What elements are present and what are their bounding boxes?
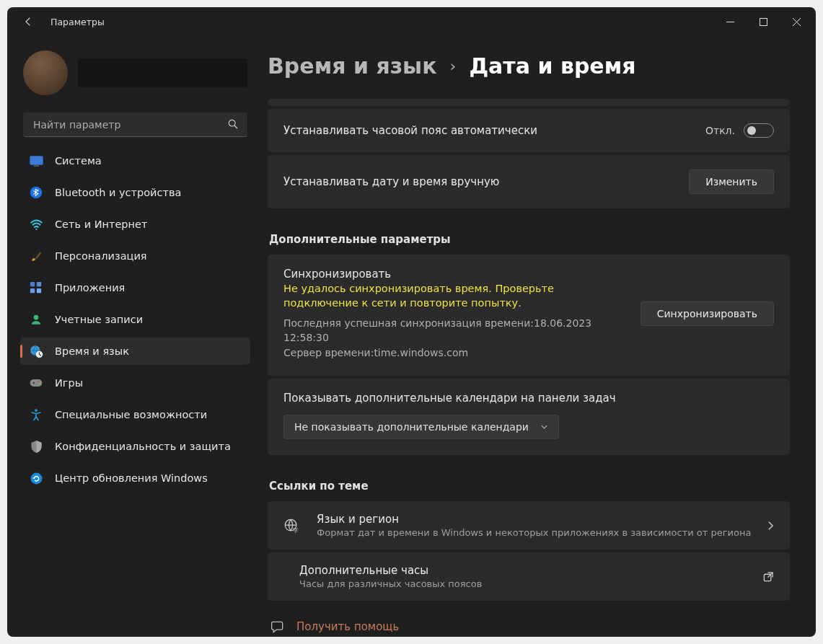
auto-timezone-label: Устанавливать часовой пояс автоматически — [283, 124, 537, 137]
sync-last-success: Последняя успешная синхронизация времени… — [283, 316, 629, 345]
svg-point-22 — [30, 472, 42, 484]
link-subtitle: Часы для различных часовых поясов — [299, 578, 749, 589]
auto-timezone-toggle[interactable] — [744, 123, 774, 138]
window-title: Параметры — [50, 17, 105, 27]
shield-icon — [29, 439, 43, 454]
sync-error-message: Не удалось синхронизировать время. Прове… — [283, 282, 629, 310]
minimize-button[interactable] — [713, 10, 747, 33]
sidebar-item-label: Специальные возможности — [55, 409, 207, 420]
additional-calendars-label: Показывать дополнительные календари на п… — [283, 392, 774, 405]
sidebar-item-label: Центр обновления Windows — [55, 472, 208, 484]
calendar-dropdown[interactable]: Не показывать дополнительные календари — [283, 415, 559, 439]
globe-clock-icon — [29, 344, 43, 358]
svg-point-18 — [32, 382, 35, 384]
sidebar-item-gaming[interactable]: Игры — [20, 369, 250, 397]
link-title: Дополнительные часы — [299, 564, 749, 577]
svg-line-5 — [234, 125, 237, 128]
svg-point-4 — [229, 120, 235, 126]
sidebar-item-label: Время и язык — [55, 345, 129, 357]
svg-point-20 — [39, 383, 40, 384]
brush-icon — [29, 249, 43, 263]
main-content: Время и язык › Дата и время Устанавливат… — [256, 36, 816, 637]
search-field[interactable] — [23, 113, 247, 137]
svg-point-14 — [34, 315, 39, 320]
svg-rect-6 — [30, 156, 43, 164]
avatar — [23, 50, 68, 95]
sidebar-item-accounts[interactable]: Учетные записи — [20, 306, 250, 333]
sidebar-item-label: Учетные записи — [55, 314, 143, 325]
user-name-redacted — [78, 58, 247, 87]
back-button[interactable] — [22, 15, 35, 28]
svg-point-19 — [38, 381, 39, 382]
apps-icon — [29, 281, 43, 295]
update-icon — [29, 471, 43, 485]
close-button[interactable] — [780, 10, 813, 33]
change-button[interactable]: Изменить — [689, 169, 774, 194]
gamepad-icon — [29, 376, 43, 390]
sidebar-item-personalization[interactable]: Персонализация — [20, 242, 250, 270]
sidebar-item-accessibility[interactable]: Специальные возможности — [20, 401, 250, 428]
sidebar-item-bluetooth[interactable]: Bluetooth и устройства — [20, 179, 250, 206]
sidebar-item-label: Игры — [55, 377, 83, 389]
svg-rect-1 — [760, 18, 767, 25]
sidebar-item-label: Сеть и Интернет — [55, 219, 147, 230]
titlebar: Параметры — [7, 7, 816, 36]
accessibility-icon — [29, 407, 43, 422]
sidebar-item-label: Система — [55, 155, 102, 167]
sync-title: Синхронизировать — [283, 268, 629, 281]
bluetooth-icon — [29, 185, 43, 200]
sidebar-item-privacy[interactable]: Конфиденциальность и защита — [20, 433, 250, 460]
breadcrumb-parent[interactable]: Время и язык — [268, 53, 437, 79]
svg-text:字: 字 — [293, 526, 299, 534]
search-input[interactable] — [23, 113, 247, 137]
help-label: Получить помощь — [296, 620, 399, 633]
get-help-link[interactable]: Получить помощь — [268, 604, 790, 637]
link-title: Язык и регион — [317, 513, 753, 526]
sidebar-item-system[interactable]: Система — [20, 147, 250, 175]
auto-timezone-card: Устанавливать часовой пояс автоматически… — [268, 109, 790, 152]
sidebar-item-label: Конфиденциальность и защита — [55, 441, 231, 452]
section-advanced-header: Дополнительные параметры — [269, 233, 790, 246]
breadcrumb: Время и язык › Дата и время — [268, 53, 790, 79]
additional-calendars-card: Показывать дополнительные календари на п… — [268, 379, 790, 455]
svg-point-9 — [35, 228, 37, 229]
maximize-button[interactable] — [747, 10, 780, 33]
sidebar-item-label: Bluetooth и устройства — [55, 187, 181, 198]
person-icon — [29, 312, 43, 327]
system-icon — [29, 154, 43, 168]
chevron-right-icon: › — [450, 57, 457, 75]
toggle-state-label: Откл. — [705, 125, 735, 136]
language-region-link[interactable]: 字 Язык и регион Формат дат и времени в W… — [268, 501, 790, 550]
chevron-right-icon — [767, 521, 774, 531]
breadcrumb-current: Дата и время — [469, 53, 635, 79]
settings-window: Параметры Система Bluetooth и устройства — [7, 7, 816, 637]
sync-server: Сервер времени:time.windows.com — [283, 345, 629, 360]
sidebar-item-update[interactable]: Центр обновления Windows — [20, 464, 250, 492]
card-scroll-cutoff — [268, 99, 790, 106]
svg-point-21 — [35, 409, 38, 412]
svg-rect-13 — [37, 288, 41, 293]
manual-datetime-card: Устанавливать дату и время вручную Измен… — [268, 155, 790, 208]
chevron-down-icon — [540, 424, 548, 430]
sync-card: Синхронизировать Не удалось синхронизиро… — [268, 255, 790, 376]
wifi-icon — [29, 217, 43, 231]
sidebar-item-label: Приложения — [55, 282, 125, 294]
profile-block[interactable] — [20, 43, 250, 110]
sync-now-button[interactable]: Синхронизировать — [641, 301, 774, 326]
manual-datetime-label: Устанавливать дату и время вручную — [283, 175, 499, 188]
sidebar-item-label: Персонализация — [55, 250, 147, 262]
sidebar-item-network[interactable]: Сеть и Интернет — [20, 211, 250, 238]
svg-rect-12 — [30, 288, 35, 293]
section-links-header: Ссылки по теме — [269, 480, 790, 493]
open-external-icon — [763, 571, 774, 582]
svg-rect-17 — [30, 379, 43, 387]
sidebar-item-apps[interactable]: Приложения — [20, 274, 250, 301]
globe-lang-icon: 字 — [283, 518, 302, 534]
link-subtitle: Формат дат и времени в Windows и некотор… — [317, 527, 753, 538]
help-icon — [270, 619, 285, 634]
svg-rect-7 — [34, 165, 39, 167]
additional-clocks-link[interactable]: Дополнительные часы Часы для различных ч… — [268, 552, 790, 601]
search-icon — [227, 118, 239, 130]
sidebar-item-time-language[interactable]: Время и язык — [20, 338, 250, 365]
svg-rect-10 — [30, 282, 35, 286]
